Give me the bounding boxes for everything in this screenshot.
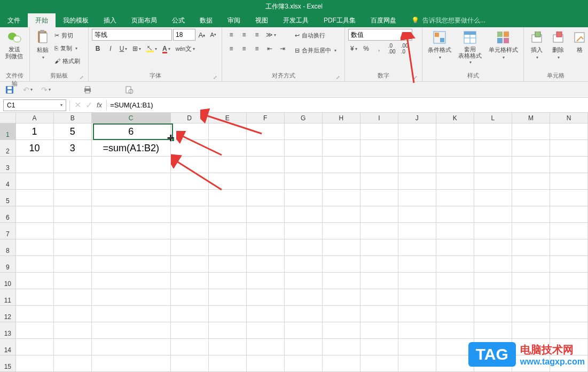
- cell-D13[interactable]: [171, 322, 209, 338]
- cell-G2[interactable]: [285, 140, 323, 156]
- cell-J5[interactable]: [398, 190, 436, 206]
- cell-J3[interactable]: [398, 157, 436, 173]
- cell-E8[interactable]: [209, 239, 247, 255]
- select-all-corner[interactable]: [0, 113, 16, 123]
- italic-button[interactable]: I: [105, 43, 116, 55]
- cell-N9[interactable]: [550, 256, 588, 272]
- cell-A8[interactable]: [16, 239, 54, 255]
- cell-K7[interactable]: [436, 223, 474, 239]
- cell-F15[interactable]: [247, 355, 285, 371]
- cell-I8[interactable]: [360, 239, 398, 255]
- cell-D2[interactable]: [171, 140, 209, 156]
- row-header-3[interactable]: 3: [0, 157, 16, 173]
- font-size-combo[interactable]: [173, 29, 195, 41]
- cell-B2[interactable]: 3: [54, 140, 92, 156]
- tab-formulas[interactable]: 公式: [164, 13, 192, 27]
- percent-button[interactable]: %: [360, 43, 372, 55]
- send-to-wechat-button[interactable]: 发送 到微信: [3, 29, 25, 61]
- tab-review[interactable]: 审阅: [220, 13, 248, 27]
- cell-F7[interactable]: [247, 223, 285, 239]
- cell-L1[interactable]: [474, 123, 512, 140]
- cell-C6[interactable]: [92, 206, 171, 222]
- cell-E7[interactable]: [209, 223, 247, 239]
- cell-C9[interactable]: [92, 256, 171, 272]
- formula-input[interactable]: [107, 98, 588, 112]
- cell-N3[interactable]: [550, 157, 588, 173]
- cell-A10[interactable]: [16, 273, 54, 289]
- fx-button[interactable]: fx: [97, 101, 102, 109]
- cell-C4[interactable]: [92, 173, 171, 189]
- cell-K12[interactable]: [436, 306, 474, 322]
- cell-C1[interactable]: 6: [92, 123, 171, 140]
- cell-K1[interactable]: [436, 123, 474, 140]
- phonetic-button[interactable]: wén文▾: [174, 43, 197, 55]
- cell-D14[interactable]: [171, 339, 209, 355]
- cell-C13[interactable]: [92, 322, 171, 338]
- cell-K8[interactable]: [436, 239, 474, 255]
- cell-E9[interactable]: [209, 256, 247, 272]
- increase-indent-button[interactable]: ⇥: [277, 43, 288, 55]
- cell-I3[interactable]: [360, 157, 398, 173]
- cell-L3[interactable]: [474, 157, 512, 173]
- cell-B10[interactable]: [54, 273, 92, 289]
- cell-A12[interactable]: [16, 306, 54, 322]
- cell-C10[interactable]: [92, 273, 171, 289]
- row-header-5[interactable]: 5: [0, 190, 16, 206]
- row-header-6[interactable]: 6: [0, 206, 16, 222]
- cell-B8[interactable]: [54, 239, 92, 255]
- tab-home[interactable]: 开始: [28, 13, 56, 27]
- number-format-combo[interactable]: [348, 29, 412, 41]
- copy-button[interactable]: ⎘ 复制▾: [54, 42, 80, 55]
- cell-G6[interactable]: [285, 206, 323, 222]
- increase-font-button[interactable]: A▴: [197, 29, 207, 41]
- cell-M3[interactable]: [512, 157, 550, 173]
- cell-M13[interactable]: [512, 322, 550, 338]
- col-header-B[interactable]: B: [54, 113, 92, 123]
- print-preview-button[interactable]: [82, 84, 93, 95]
- col-header-D[interactable]: D: [171, 113, 209, 123]
- row-header-8[interactable]: 8: [0, 239, 16, 255]
- cell-F5[interactable]: [247, 190, 285, 206]
- cell-C14[interactable]: [92, 339, 171, 355]
- cell-M1[interactable]: [512, 123, 550, 140]
- cell-D6[interactable]: [171, 206, 209, 222]
- cell-E11[interactable]: [209, 289, 247, 305]
- col-header-H[interactable]: H: [323, 113, 360, 123]
- cell-J12[interactable]: [398, 306, 436, 322]
- cell-I13[interactable]: [360, 322, 398, 338]
- cell-A15[interactable]: [16, 355, 54, 371]
- cell-F6[interactable]: [247, 206, 285, 222]
- cell-A3[interactable]: [16, 157, 54, 173]
- cell-B3[interactable]: [54, 157, 92, 173]
- confirm-formula-button[interactable]: ✓: [85, 100, 92, 110]
- cell-D4[interactable]: [171, 173, 209, 189]
- tab-data[interactable]: 数据: [192, 13, 220, 27]
- border-button[interactable]: ⊞▾: [130, 43, 143, 55]
- cell-H3[interactable]: [323, 157, 360, 173]
- cell-L12[interactable]: [474, 306, 512, 322]
- cell-F13[interactable]: [247, 322, 285, 338]
- cell-I5[interactable]: [360, 190, 398, 206]
- cell-A4[interactable]: [16, 173, 54, 189]
- cell-N2[interactable]: [550, 140, 588, 156]
- cell-F1[interactable]: [247, 123, 285, 140]
- col-header-F[interactable]: F: [247, 113, 285, 123]
- cell-F11[interactable]: [247, 289, 285, 305]
- col-header-L[interactable]: L: [474, 113, 512, 123]
- comma-button[interactable]: ,: [373, 43, 385, 55]
- cell-D3[interactable]: [171, 157, 209, 173]
- cell-H5[interactable]: [323, 190, 360, 206]
- col-header-K[interactable]: K: [436, 113, 474, 123]
- tell-me[interactable]: 💡 告诉我您想要做什么...: [411, 13, 485, 27]
- cell-J10[interactable]: [398, 273, 436, 289]
- cell-B12[interactable]: [54, 306, 92, 322]
- cell-G9[interactable]: [285, 256, 323, 272]
- decrease-decimal-button[interactable]: .00.0: [399, 43, 411, 55]
- row-header-7[interactable]: 7: [0, 223, 16, 239]
- cell-G1[interactable]: [285, 123, 323, 140]
- cell-styles-button[interactable]: 单元格样式▾: [487, 29, 520, 61]
- align-center-button[interactable]: ≡: [238, 43, 250, 55]
- cell-E6[interactable]: [209, 206, 247, 222]
- cell-G15[interactable]: [285, 355, 323, 371]
- cell-L7[interactable]: [474, 223, 512, 239]
